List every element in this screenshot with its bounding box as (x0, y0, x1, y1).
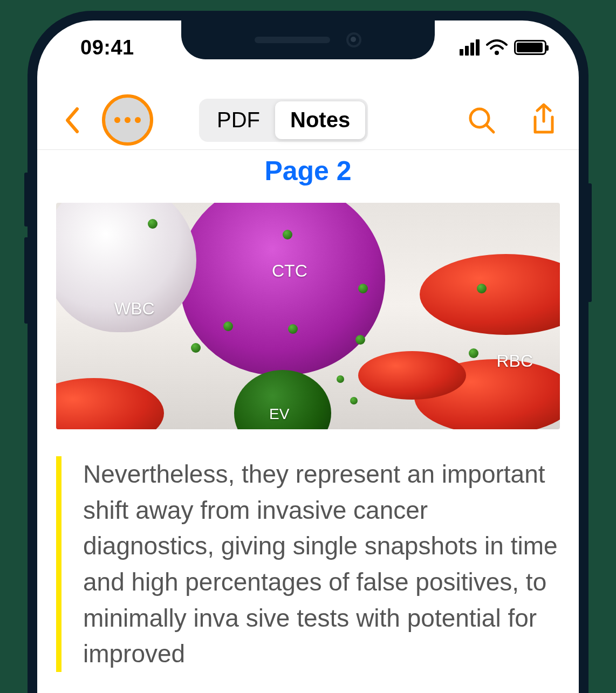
search-icon (467, 105, 497, 135)
status-time: 09:41 (80, 36, 134, 59)
page-indicator[interactable]: Page 2 (37, 155, 579, 187)
wifi-icon (486, 39, 508, 56)
highlighted-note: Nevertheless, they represent an importan… (56, 456, 560, 672)
hero-label-rbc: RBC (496, 351, 533, 371)
tab-pdf[interactable]: PDF (202, 101, 275, 139)
cellular-signal-icon (460, 39, 480, 56)
battery-icon (514, 40, 546, 55)
svg-point-0 (495, 51, 499, 55)
content-area[interactable]: Page 2 (37, 150, 579, 693)
toolbar: PDF Notes (37, 91, 579, 150)
svg-line-2 (487, 125, 494, 132)
tab-notes[interactable]: Notes (275, 101, 365, 139)
hero-image: WBC CTC RBC EV (56, 203, 560, 429)
hero-label-ctc: CTC (272, 261, 307, 281)
view-mode-segmented-control: PDF Notes (199, 99, 368, 142)
hero-label-ev: EV (269, 406, 289, 423)
search-button[interactable] (466, 104, 498, 136)
back-button[interactable] (56, 104, 88, 136)
ellipsis-icon (114, 117, 141, 123)
share-icon (529, 103, 559, 138)
note-text: Nevertheless, they represent an importan… (83, 456, 560, 672)
more-options-button[interactable] (102, 94, 153, 146)
hero-label-wbc: WBC (114, 299, 155, 319)
share-button[interactable] (528, 104, 560, 136)
